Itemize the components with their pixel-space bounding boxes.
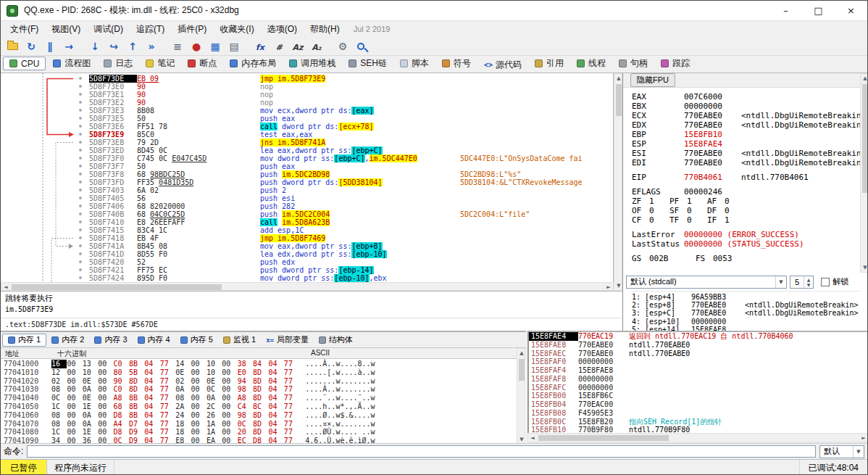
dump-byte[interactable]: 04 xyxy=(144,360,159,368)
disasm-vscrollbar[interactable]: ▲ ▼ xyxy=(614,73,622,291)
dump-byte[interactable]: 8D xyxy=(253,385,268,394)
register-row[interactable]: LastStatus00000000 (STATUS_SUCCESS) xyxy=(632,239,866,249)
disasm-row[interactable]: 5D8F740556push esi xyxy=(1,194,613,202)
dump-byte[interactable]: 8B xyxy=(129,394,144,402)
dump-byte[interactable]: 0A xyxy=(83,411,98,420)
disasm-row[interactable]: 5D8F740B68 04C0C25Dpush im.5DC2C0045DC2C… xyxy=(1,210,613,218)
dump-byte[interactable]: 00 xyxy=(98,428,113,437)
dump-byte[interactable]: 8D xyxy=(253,377,268,386)
register-row[interactable]: EDX770EABE0<ntdll.DbgUiRemoteBreakin> xyxy=(632,120,866,130)
dump-byte[interactable]: 1E xyxy=(83,428,98,437)
tab-notes[interactable]: 笔记 xyxy=(140,57,180,70)
dump-byte[interactable]: 1A xyxy=(206,420,222,429)
register-row[interactable]: CF0TF0IF1 xyxy=(632,215,866,225)
dump-byte[interactable]: 77 xyxy=(160,360,175,368)
case-toggle-button[interactable]: Az xyxy=(289,39,306,55)
tab-source[interactable]: <>源代码 xyxy=(478,58,527,72)
dump-byte[interactable]: 0C xyxy=(238,420,253,429)
disasm-row[interactable]: 5D8F73F750push eax xyxy=(1,162,613,170)
breakpoint-dot[interactable] xyxy=(79,157,82,160)
disasm-row[interactable]: 5D8F742052push edx xyxy=(1,258,613,266)
dump-byte[interactable]: 04 xyxy=(144,428,159,437)
register-row[interactable]: EDI770EABE0<ntdll.DbgUiRemoteBreakin> xyxy=(632,158,866,168)
execute-till-return-button[interactable]: ↑ xyxy=(124,38,141,54)
registers-vscrollbar[interactable]: ▲ ▼ xyxy=(860,73,868,273)
dump-byte[interactable]: 00 xyxy=(222,394,237,402)
tab-watch-1[interactable]: 监视 1 xyxy=(218,334,261,347)
dump-row[interactable]: 770410801C001E00D8D9047718001A00208D0477… xyxy=(1,428,515,437)
dump-byte[interactable]: 00 xyxy=(67,368,82,377)
dump-row[interactable]: 7704106008000A00D88B047724002600988D0477… xyxy=(1,411,515,420)
step-over-button[interactable]: ↪ xyxy=(105,38,122,54)
hide-fpu-button[interactable]: 隐藏FPU xyxy=(630,73,675,87)
dump-byte[interactable]: 00 xyxy=(222,360,237,368)
dump-byte[interactable]: 00 xyxy=(222,411,237,420)
disasm-row[interactable]: 5D8F73E290nop xyxy=(1,99,613,107)
disasm-row[interactable]: 5D8F741583C4 1Cadd esp,1C xyxy=(1,226,613,234)
dump-byte[interactable]: 04 xyxy=(268,428,283,437)
dump-byte[interactable]: 04 xyxy=(268,368,283,377)
menu-item-7[interactable]: 帮助(H) xyxy=(304,22,346,36)
close-button[interactable]: × xyxy=(835,1,867,21)
dump-byte[interactable]: 08 xyxy=(51,420,67,429)
menu-item-2[interactable]: 调试(D) xyxy=(87,22,130,36)
arg-count-spinner[interactable]: 5 ▲▼ xyxy=(790,276,814,289)
dump-byte[interactable]: 00 xyxy=(191,420,206,429)
argument-row[interactable]: 2:[esp+8]770EABE0<ntdll.DbgUiRemoteBreak… xyxy=(632,301,861,309)
tab-struct[interactable]: 结构体 xyxy=(314,334,358,347)
dump-byte[interactable]: 1C xyxy=(51,428,67,437)
dump-byte[interactable]: 00 xyxy=(98,420,113,429)
dump-byte[interactable]: 77 xyxy=(160,385,175,394)
dump-byte[interactable]: 00 xyxy=(222,385,237,394)
dump-byte[interactable]: 77 xyxy=(160,394,175,402)
dump-byte[interactable]: 94 xyxy=(238,377,253,386)
menu-item-6[interactable]: 选项(O) xyxy=(261,22,304,36)
breakpoint-dot[interactable] xyxy=(79,173,82,175)
disasm-row[interactable]: 5D8F73E985C0test eax,eax xyxy=(1,131,613,139)
dump-byte[interactable]: 00 xyxy=(191,385,206,394)
dump-byte[interactable]: 00 xyxy=(98,377,113,386)
disasm-row[interactable]: 5D8F741D8D55 F0lea edx,dword ptr ss:[ebp… xyxy=(1,250,613,258)
breakpoint-dot[interactable] xyxy=(79,165,82,168)
dump-byte[interactable]: 00 xyxy=(67,402,82,411)
dump-byte[interactable]: 10 xyxy=(206,368,222,377)
disasm-row[interactable]: 5D8F73E090nop xyxy=(1,83,613,91)
stack-row[interactable]: 15E8FAF800000000 xyxy=(529,375,868,384)
dump-byte[interactable]: D8 xyxy=(114,428,129,437)
disasm-row[interactable]: 5D8F741A8B45 08mov eax,dword ptr ss:[ebp… xyxy=(1,242,613,250)
dump-byte[interactable]: 10 xyxy=(83,368,98,377)
dump-byte[interactable]: 8D xyxy=(253,420,268,429)
dump-byte[interactable]: 77 xyxy=(284,402,299,411)
breakpoint-dot[interactable] xyxy=(79,220,82,223)
dump-byte[interactable]: 77 xyxy=(284,360,299,368)
breakpoint-dot[interactable] xyxy=(79,125,82,128)
dump-byte[interactable]: 77 xyxy=(160,411,175,420)
tab-symbols[interactable]: 符号 xyxy=(436,57,477,70)
find-button[interactable] xyxy=(353,39,370,55)
dump-byte[interactable]: 0A xyxy=(206,394,222,402)
dump-byte[interactable]: D7 xyxy=(129,420,144,429)
breakpoint-dot[interactable] xyxy=(79,133,82,136)
register-row[interactable]: ZF1PF1AF0 xyxy=(632,197,866,206)
dump-byte[interactable]: 04 xyxy=(144,411,159,420)
breakpoint-dot[interactable] xyxy=(79,189,82,191)
dump-byte[interactable]: 00 xyxy=(67,377,82,386)
dump-row[interactable]: 770410400C000E00A88B047708000A00A88D0477… xyxy=(1,394,515,402)
dump-byte[interactable]: 8C xyxy=(253,402,268,411)
dump-byte[interactable]: 0E xyxy=(206,377,222,386)
dump-byte[interactable]: C0 xyxy=(114,360,129,368)
calling-convention-select[interactable]: 默认 (stdcall) ▼ xyxy=(626,276,787,289)
dump-byte[interactable]: 84 xyxy=(253,360,268,368)
dump-byte[interactable]: 02 xyxy=(51,377,67,386)
disasm-row[interactable]: 5D8F73E190nop xyxy=(1,91,613,99)
dump-byte[interactable]: 00 xyxy=(191,428,206,437)
stack-row[interactable]: 15E8FB10770B9F80ntdll.770B9F80 xyxy=(529,426,868,433)
dump-byte[interactable]: 04 xyxy=(268,411,283,420)
dump-row[interactable]: 770410501C001E00688B04772A002C00C48C0477… xyxy=(1,402,515,411)
dump-byte[interactable]: 24 xyxy=(175,411,191,420)
breakpoint-dot[interactable] xyxy=(79,236,82,239)
tab-memory-1[interactable]: 内存 1 xyxy=(2,334,46,347)
dump-byte[interactable]: 00 xyxy=(191,360,206,368)
stack-row[interactable]: 15E8FB04770EAC00 xyxy=(529,400,868,409)
stack-row[interactable]: 15E8FB0015E8FB6C xyxy=(529,392,868,400)
